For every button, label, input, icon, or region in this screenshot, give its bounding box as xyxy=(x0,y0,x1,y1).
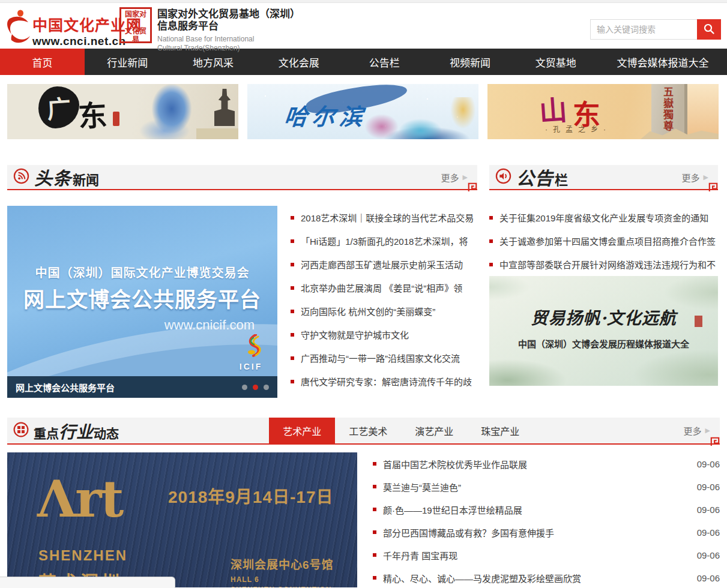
banner-char: 东 xyxy=(77,92,108,135)
announcement-title: 关于征集2019年度省级文化产业发展专项资金的通知 xyxy=(499,211,718,224)
more-label: 更多 xyxy=(682,171,700,184)
news-item[interactable]: 首届中国艺术院校优秀毕业作品联展09-06 xyxy=(373,452,720,475)
main-nav: 首页 行业新闻 地方风采 文化会展 公告栏 视频新闻 文贸基地 文博会媒体报道大… xyxy=(0,49,727,75)
section-title-reg: 新闻 xyxy=(73,169,99,188)
banner-char: 广 xyxy=(46,89,72,126)
site-header: 中国文化产业网 www.cnci.net.cn 国家对外 文化贸易 基地(深圳)… xyxy=(0,3,727,49)
stone-monument: 五嶽獨尊 xyxy=(651,84,687,139)
news-title: 精心、尽心、诚心——马发虎泥塑及彩绘壁画欣赏 xyxy=(383,572,690,584)
base-title-en-1: National Base for International xyxy=(157,35,300,44)
news-title: 莫兰迪与“莫兰迪色” xyxy=(383,481,690,493)
poster-venue-en-1: HALL 6 xyxy=(231,575,331,585)
nav-item-bulletin[interactable]: 公告栏 xyxy=(342,49,427,75)
region-banner-row: 广 东 哈尔滨 山 东 ·孔孟之乡· 五嶽獨尊 xyxy=(7,84,720,139)
section-title-reg: 栏 xyxy=(555,169,568,188)
news-item[interactable]: 莫兰迪与“莫兰迪色”09-06 xyxy=(373,475,720,498)
tab-art-industry[interactable]: 艺术产业 xyxy=(269,418,335,443)
poster-venue-en-2: SHENZHEN CONVENTION xyxy=(231,585,331,587)
nav-item-media-reports[interactable]: 文博会媒体报道大全 xyxy=(599,49,727,75)
tab-performing-arts[interactable]: 演艺产业 xyxy=(401,418,467,443)
search-button[interactable] xyxy=(697,19,721,40)
more-arrow-icon xyxy=(463,173,468,181)
base-title-en: National Base for International Cultural… xyxy=(157,35,300,53)
industry-section: 重点 行业 动态 艺术产业 工艺美术 演艺产业 珠宝产业 更多 Λrt SHEN… xyxy=(7,418,720,588)
icif-history-banner[interactable]: 贸易扬帆·文化远航 中国（深圳）文博会发展历程媒体报道大全 xyxy=(489,276,718,386)
industry-section-header: 重点 行业 动态 艺术产业 工艺美术 演艺产业 珠宝产业 更多 xyxy=(7,418,720,445)
news-title: 2018艺术深圳｜联接全球的当代艺术品交易 xyxy=(301,211,477,224)
news-title: 广西推动与“一带一路”沿线国家文化交流 xyxy=(301,352,477,364)
news-item[interactable]: 千年丹青 国宝再现09-06 xyxy=(373,544,720,566)
art-shenzhen-poster[interactable]: Λrt SHENZHEN 艺术深圳 2018年9月14日-17日 深圳会展中心6… xyxy=(7,452,357,587)
news-title: 北京举办曲艺展演周 《姜昆“说”相声》领 xyxy=(301,281,477,294)
nav-label: 地方风采 xyxy=(193,55,234,70)
announcement-item[interactable]: 中宣部等部委联合开展针对网络游戏违法违规行为和不 xyxy=(489,253,718,276)
nav-label: 视频新闻 xyxy=(450,55,490,70)
banner-guangdong[interactable]: 广 东 xyxy=(7,84,238,139)
banner-harbin[interactable]: 哈尔滨 xyxy=(247,84,478,139)
nav-label: 公告栏 xyxy=(369,55,400,70)
poster-shenzhen: SHENZHEN xyxy=(38,547,127,564)
slider-dot-2-active[interactable] xyxy=(253,385,258,390)
search-input[interactable] xyxy=(590,19,697,40)
slider-dot-1[interactable] xyxy=(242,385,247,390)
section-title-reg: 重点 xyxy=(34,424,59,442)
headline-more-link[interactable]: 更多 xyxy=(441,171,477,184)
news-item[interactable]: 「Hi话题」1/3新面孔的2018艺术深圳，将 xyxy=(291,229,477,253)
tab-label: 珠宝产业 xyxy=(481,424,519,438)
slider-dot-3[interactable] xyxy=(264,385,269,390)
banner-shandong[interactable]: 山 东 ·孔孟之乡· 五嶽獨尊 xyxy=(487,84,719,139)
industry-news-list: 首届中国艺术院校优秀毕业作品联展09-06 莫兰迪与“莫兰迪色”09-06 颜·… xyxy=(357,452,720,588)
nav-item-trade-base[interactable]: 文贸基地 xyxy=(513,49,599,75)
industry-more-link[interactable]: 更多 xyxy=(684,424,720,437)
news-title: 守护文物就是守护城市文化 xyxy=(301,328,477,341)
news-title: 河西走廊西部玉矿遗址展示史前采玉活动 xyxy=(301,258,477,271)
announcement-more-link[interactable]: 更多 xyxy=(682,171,718,184)
small-red-seal xyxy=(113,112,119,126)
icif-logo: ICIF xyxy=(238,334,264,371)
banner-title: 哈尔滨 xyxy=(283,98,369,131)
announcement-list: 关于征集2019年度省级文化产业发展专项资金的通知 关于诚邀参加第十四届文博会重… xyxy=(489,206,718,276)
news-item[interactable]: 颜·色——19世纪日本浮世绘精品展09-06 xyxy=(373,498,720,521)
building-silhouette xyxy=(196,128,238,139)
news-item[interactable]: 河西走廊西部玉矿遗址展示史前采玉活动 xyxy=(291,253,477,276)
section-title: 公告 栏 xyxy=(516,164,568,190)
announcement-title: 中宣部等部委联合开展针对网络游戏违法违规行为和不 xyxy=(499,258,718,271)
more-label: 更多 xyxy=(684,424,702,437)
news-title: 颜·色——19世纪日本浮世绘精品展 xyxy=(383,503,690,516)
nav-label: 行业新闻 xyxy=(107,55,148,70)
more-label: 更多 xyxy=(441,171,459,184)
search-icon xyxy=(703,23,715,37)
base-seal-stamp: 国家对外 文化贸易 基地(深圳) National Base for Inter… xyxy=(119,7,152,43)
section-title-brush: 行业 xyxy=(59,419,94,443)
news-item[interactable]: 守护文物就是守护城市文化 xyxy=(291,323,477,346)
nav-item-home[interactable]: 首页 xyxy=(0,49,85,75)
news-item[interactable]: 精心、尽心、诚心——马发虎泥塑及彩绘壁画欣赏09-06 xyxy=(373,566,720,588)
banner-subtitle: 中国（深圳）文博会发展历程媒体报道大全 xyxy=(489,337,718,350)
news-item[interactable]: 唐代文学研究专家：解密唐诗流传千年的歧 xyxy=(291,370,477,393)
announcement-item[interactable]: 关于征集2019年度省级文化产业发展专项资金的通知 xyxy=(489,206,718,229)
news-date: 09-06 xyxy=(697,482,720,492)
greek-key-ornament xyxy=(468,182,477,194)
news-item[interactable]: 部分巴西国博藏品或有救？多国有意伸援手09-06 xyxy=(373,521,720,544)
news-date: 09-06 xyxy=(697,550,720,560)
news-item[interactable]: 迈向国际化 杭州文创的“美丽蝶变” xyxy=(291,299,477,323)
speaker-icon xyxy=(495,168,511,187)
more-arrow-icon xyxy=(705,427,710,434)
announcement-item[interactable]: 关于诚邀参加第十四届文博会重点项目招商推介合作签 xyxy=(489,229,718,253)
news-title: 迈向国际化 杭州文创的“美丽蝶变” xyxy=(301,305,477,317)
tab-arts-crafts[interactable]: 工艺美术 xyxy=(335,418,401,443)
greek-key-ornament xyxy=(708,182,718,194)
news-date: 09-06 xyxy=(697,573,720,583)
icif-logo-text: ICIF xyxy=(238,362,264,371)
headline-slider[interactable]: 中国（深圳）国际文化产业博览交易会 网上文博会公共服务平台 www.cnicif… xyxy=(7,206,277,398)
news-item[interactable]: 北京举办曲艺展演周 《姜昆“说”相声》领 xyxy=(291,276,477,299)
tab-jewelry[interactable]: 珠宝产业 xyxy=(467,418,533,443)
news-date: 09-06 xyxy=(697,527,720,538)
news-item[interactable]: 2018艺术深圳｜联接全球的当代艺术品交易 xyxy=(291,206,477,229)
section-title: 头条 新闻 xyxy=(34,164,99,190)
news-item[interactable]: 广西推动与“一带一路”沿线国家文化交流 xyxy=(291,346,477,370)
poster-art-logo: Λrt xyxy=(37,475,122,523)
tab-label: 演艺产业 xyxy=(415,424,453,438)
site-logo-figure-icon[interactable] xyxy=(6,9,31,46)
nav-item-video-news[interactable]: 视频新闻 xyxy=(427,49,513,75)
